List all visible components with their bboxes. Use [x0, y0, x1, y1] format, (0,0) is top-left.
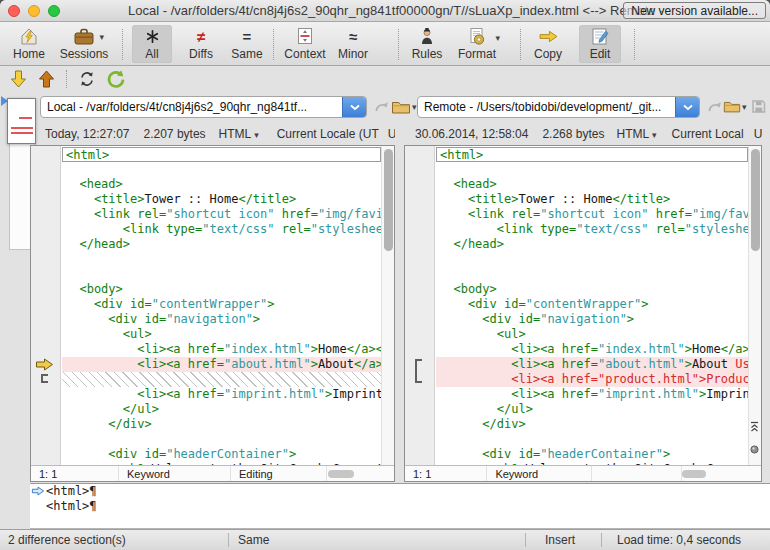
right-edit-mode	[592, 466, 682, 481]
code-line[interactable]: <link rel="shortcut icon" href="img/favi…	[62, 207, 381, 222]
show-same-button[interactable]: = Same	[226, 25, 268, 63]
down-arrow-icon	[10, 69, 27, 89]
code-line[interactable]	[436, 432, 748, 447]
code-line[interactable]	[436, 162, 748, 177]
left-reload-file-button[interactable]	[374, 99, 390, 118]
code-line[interactable]: <div id="contentWrapper">	[62, 297, 381, 312]
show-diffs-button[interactable]: ≠ Diffs	[179, 25, 223, 63]
right-open-file-button[interactable]	[723, 99, 741, 118]
code-line[interactable]: <html>	[436, 147, 748, 162]
right-scrollbar-thumb[interactable]	[751, 149, 760, 251]
line-view-row[interactable]: <html>¶	[30, 484, 770, 499]
format-button[interactable]: ▾ Format	[452, 25, 502, 63]
code-line[interactable]: <li><a href="product.html">Product<	[436, 372, 748, 387]
right-file-dropdown-button[interactable]	[675, 97, 699, 117]
format-caret-icon[interactable]: ▾	[495, 34, 500, 43]
code-line[interactable]: <div id="headerContainer">	[62, 447, 381, 462]
code-line[interactable]	[62, 252, 381, 267]
right-format-select[interactable]: HTML ▾	[616, 127, 656, 141]
code-line[interactable]: <title>Tower :: Home</title>	[436, 192, 748, 207]
home-button[interactable]: Home	[9, 25, 49, 63]
previous-difference-button[interactable]	[38, 69, 55, 93]
right-open-caret-icon[interactable]: ▾	[742, 103, 747, 112]
sessions-button[interactable]: ▾ Sessions	[56, 25, 112, 63]
copy-label: Copy	[534, 47, 562, 61]
jump-first-diff-button[interactable]	[749, 418, 760, 436]
code-line[interactable]: <div id="contentWrapper">	[436, 297, 748, 312]
update-notification-badge[interactable]: New version available...	[623, 2, 766, 19]
code-line[interactable]: <li><a href="imprint.html">Imprint<	[436, 387, 748, 402]
left-syntax-element: Keyword	[119, 466, 231, 481]
code-line[interactable]	[436, 267, 748, 282]
swap-sides-button[interactable]	[78, 70, 96, 92]
right-line-ending[interactable]: U	[754, 127, 763, 141]
code-line[interactable]: </head>	[62, 237, 381, 252]
code-line[interactable]: <html>	[62, 147, 381, 162]
code-line[interactable]: <ul>	[62, 327, 381, 342]
copy-button[interactable]: Copy	[528, 25, 568, 63]
code-line[interactable]: <body>	[436, 282, 748, 297]
code-line[interactable]: </div>	[436, 417, 748, 432]
code-line[interactable]: <head>	[436, 177, 748, 192]
code-line[interactable]: <div id="navigation">	[436, 312, 748, 327]
save-button[interactable]	[751, 99, 766, 118]
code-line[interactable]: <body>	[62, 282, 381, 297]
right-code-editor[interactable]: <html> <head> <title>Tower :: Home</titl…	[436, 147, 748, 465]
center-current-diff-button[interactable]	[749, 441, 760, 459]
minor-button[interactable]: ≈ Minor	[333, 25, 373, 63]
format-caret-icon: ▾	[254, 130, 259, 140]
code-line[interactable]: <li><a href="about.html">About</a><	[62, 357, 381, 372]
left-open-file-button[interactable]	[391, 99, 411, 119]
right-reload-file-button[interactable]	[707, 99, 723, 118]
code-line[interactable]: <li><a href="index.html">Home</a></	[436, 342, 748, 357]
left-format-select[interactable]: HTML ▾	[219, 127, 259, 141]
left-scrollbar[interactable]	[381, 146, 394, 465]
code-line[interactable]	[62, 432, 381, 447]
diff-gap-line[interactable]	[62, 372, 381, 387]
right-file-selector[interactable]: Remote - /Users/tobidobi/development/_gi…	[417, 96, 700, 118]
sessions-caret-icon[interactable]: ▾	[99, 33, 104, 42]
title-bar[interactable]: Local - /var/folders/4t/cn8j4j6s2_90qhr_…	[0, 0, 770, 22]
code-line[interactable]: </div>	[62, 417, 381, 432]
difference-count: 2 difference section(s)	[8, 533, 126, 547]
left-file-selector[interactable]: Local - /var/folders/4t/cn8j4j6s2_90qhr_…	[40, 96, 367, 118]
code-line[interactable]	[62, 267, 381, 282]
code-line[interactable]: <title>Tower :: Home</title>	[62, 192, 381, 207]
left-file-dropdown-button[interactable]	[342, 97, 366, 117]
code-line[interactable]	[62, 162, 381, 177]
code-line[interactable]	[436, 252, 748, 267]
left-line-ending[interactable]: U	[388, 127, 395, 141]
line-comparison-pane[interactable]: <html>¶<html>¶	[30, 483, 770, 529]
close-window-button[interactable]	[8, 5, 20, 17]
next-difference-button[interactable]	[10, 69, 27, 93]
right-encoding[interactable]: Current Local	[672, 127, 744, 141]
code-line[interactable]: </head>	[436, 237, 748, 252]
code-line[interactable]: <li><a href="imprint.html">Imprint<	[62, 387, 381, 402]
code-line[interactable]: <div id="headerContainer">	[436, 447, 748, 462]
line-view-row[interactable]: <html>¶	[30, 499, 770, 514]
code-line[interactable]: <li><a href="about.html">About Us</	[436, 357, 748, 372]
diff-arrow-marker-icon[interactable]	[34, 357, 55, 375]
left-code-editor[interactable]: <html> <head> <title>Tower :: Home</titl…	[62, 147, 381, 465]
reload-button[interactable]	[106, 69, 126, 93]
left-scrollbar-thumb[interactable]	[384, 149, 393, 251]
zoom-window-button[interactable]	[48, 5, 60, 17]
edit-button[interactable]: Edit	[579, 25, 621, 63]
code-line[interactable]: <link rel="shortcut icon" href="img/favi…	[436, 207, 748, 222]
code-line[interactable]: <div id="navigation">	[62, 312, 381, 327]
left-editor-pane: <html> <head> <title>Tower :: Home</titl…	[30, 145, 395, 482]
rules-button[interactable]: Rules	[406, 25, 448, 63]
code-line[interactable]: <head>	[62, 177, 381, 192]
context-button[interactable]: Context	[280, 25, 330, 63]
code-line[interactable]: <ul>	[436, 327, 748, 342]
left-encoding[interactable]: Current Locale (UT	[277, 127, 379, 141]
minimize-window-button[interactable]	[28, 5, 40, 17]
left-open-caret-icon[interactable]: ▾	[412, 103, 417, 112]
code-line[interactable]: </ul>	[62, 402, 381, 417]
code-line[interactable]: <link type="text/css" rel="stylesheet	[436, 222, 748, 237]
code-line[interactable]: </ul>	[436, 402, 748, 417]
code-line[interactable]: <link type="text/css" rel="stylesheet	[62, 222, 381, 237]
left-file-modified: Today, 12:27:07	[45, 127, 130, 141]
show-all-button[interactable]: All	[132, 25, 172, 63]
code-line[interactable]: <li><a href="index.html">Home</a></	[62, 342, 381, 357]
